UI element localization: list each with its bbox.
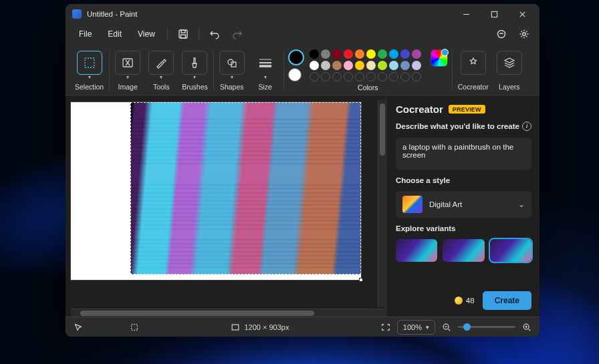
preview-badge: PREVIEW — [449, 105, 485, 114]
ribbon: ▾ Selection ▾ Image ▾ Tools ▾ Brushes ▾ … — [66, 44, 540, 95]
colors-label: Colors — [358, 83, 378, 92]
color-swatch[interactable] — [310, 49, 319, 59]
dims-value: 1200 × 903px — [244, 323, 289, 331]
panel-title: Cocreator — [396, 104, 443, 115]
secondary-color[interactable] — [288, 68, 302, 81]
group-size[interactable]: ▾ Size — [249, 48, 282, 94]
color-swatch[interactable] — [412, 61, 421, 70]
svg-rect-9 — [85, 58, 94, 67]
save-button[interactable] — [173, 25, 193, 43]
color-swatch[interactable] — [321, 49, 330, 59]
color-swatch[interactable] — [389, 49, 398, 59]
color-swatch[interactable] — [344, 61, 353, 70]
color-swatch[interactable] — [332, 61, 342, 70]
variant-3[interactable] — [490, 239, 531, 262]
horizontal-scrollbar[interactable] — [71, 309, 386, 317]
svg-rect-1 — [491, 11, 497, 17]
primary-color[interactable] — [288, 49, 304, 65]
group-brushes[interactable]: ▾ Brushes — [178, 48, 212, 94]
info-icon[interactable]: i — [522, 122, 531, 131]
color-swatch[interactable] — [378, 49, 387, 59]
color-swatch-empty[interactable] — [378, 72, 387, 81]
color-swatch[interactable] — [400, 61, 410, 70]
undo-button[interactable] — [205, 25, 225, 43]
color-swatch[interactable] — [321, 61, 330, 70]
svg-line-22 — [529, 329, 531, 331]
menu-file[interactable]: File — [72, 27, 98, 41]
chevron-down-icon: ▾ — [193, 74, 196, 80]
describe-header: Describe what you'd like to create i — [396, 122, 531, 131]
group-image[interactable]: ▾ Image — [111, 48, 144, 94]
chevron-down-icon: ▾ — [160, 74, 162, 80]
copilot-button[interactable] — [491, 25, 511, 43]
cocreator-panel: Cocreator PREVIEW Describe what you'd li… — [386, 96, 540, 317]
color-palette — [310, 49, 421, 81]
selection-size — [130, 323, 139, 332]
chevron-down-icon: ▾ — [264, 74, 267, 80]
group-tools[interactable]: ▾ Tools — [144, 48, 178, 94]
color-swatch-empty[interactable] — [412, 72, 421, 81]
color-swatch[interactable] — [355, 49, 364, 59]
svg-rect-5 — [181, 30, 185, 33]
group-layers[interactable]: Layers — [493, 48, 526, 94]
svg-point-7 — [498, 31, 505, 38]
variants-header: Explore variants — [396, 224, 531, 232]
resize-handle[interactable] — [359, 278, 363, 282]
svg-line-19 — [449, 329, 451, 331]
svg-rect-6 — [181, 35, 185, 38]
color-swatch[interactable] — [366, 61, 376, 70]
zoom-slider[interactable] — [458, 326, 515, 328]
color-swatch-empty[interactable] — [389, 72, 398, 81]
vertical-scrollbar[interactable] — [378, 100, 386, 307]
color-swatch-empty[interactable] — [355, 72, 364, 81]
zoom-select[interactable]: 100% ▾ — [397, 320, 435, 335]
prompt-input[interactable]: a laptop with a paintbrush on the screen — [396, 138, 531, 170]
settings-button[interactable] — [514, 25, 534, 43]
group-selection[interactable]: ▾ Selection — [71, 48, 108, 94]
group-shapes[interactable]: ▾ Shapes — [215, 48, 249, 94]
shapes-label: Shapes — [220, 83, 244, 91]
group-cocreator[interactable]: Cocreator — [454, 48, 493, 94]
zoom-out-button[interactable] — [442, 323, 451, 332]
menu-edit[interactable]: Edit — [101, 27, 128, 41]
canvas[interactable] — [71, 102, 361, 280]
canvas-dims: 1200 × 903px — [146, 323, 374, 332]
menu-view[interactable]: View — [131, 27, 162, 41]
create-button[interactable]: Create — [483, 291, 531, 310]
image-label: Image — [118, 83, 138, 91]
redo-button[interactable] — [227, 25, 247, 43]
style-select[interactable]: Digital Art ⌄ — [396, 191, 531, 218]
zoom-in-button[interactable] — [522, 323, 531, 332]
panel-title-row: Cocreator PREVIEW — [396, 104, 531, 115]
color-swatch[interactable] — [344, 49, 353, 59]
color-swatch-empty[interactable] — [400, 72, 410, 81]
fit-button[interactable] — [381, 323, 390, 332]
color-swatch[interactable] — [378, 61, 387, 70]
color-swatch[interactable] — [366, 49, 376, 59]
variant-2[interactable] — [443, 239, 484, 262]
color-swatch-empty[interactable] — [332, 72, 342, 81]
selection-region[interactable] — [130, 102, 361, 275]
minimize-button[interactable] — [453, 5, 479, 23]
color-picker-button[interactable] — [431, 49, 448, 67]
color-swatch-empty[interactable] — [310, 72, 319, 81]
group-colors: Colors — [285, 48, 451, 94]
color-swatch[interactable] — [400, 49, 410, 59]
color-swatch-empty[interactable] — [321, 72, 330, 81]
color-swatch[interactable] — [310, 61, 319, 70]
cocreator-label: Cocreator — [458, 83, 489, 91]
close-button[interactable] — [509, 5, 535, 23]
color-swatch[interactable] — [389, 61, 398, 70]
color-swatch[interactable] — [412, 49, 421, 59]
chevron-down-icon: ⌄ — [518, 200, 525, 209]
zoom-value: 100% — [403, 323, 422, 331]
titlebar[interactable]: Untitled - Paint — [66, 4, 540, 24]
svg-rect-4 — [179, 30, 187, 38]
color-swatch[interactable] — [332, 49, 342, 59]
color-swatch-empty[interactable] — [344, 72, 353, 81]
variant-1[interactable] — [396, 239, 437, 262]
color-swatch[interactable] — [355, 61, 364, 70]
chevron-down-icon: ▾ — [88, 74, 91, 80]
maximize-button[interactable] — [481, 5, 507, 23]
color-swatch-empty[interactable] — [366, 72, 376, 81]
